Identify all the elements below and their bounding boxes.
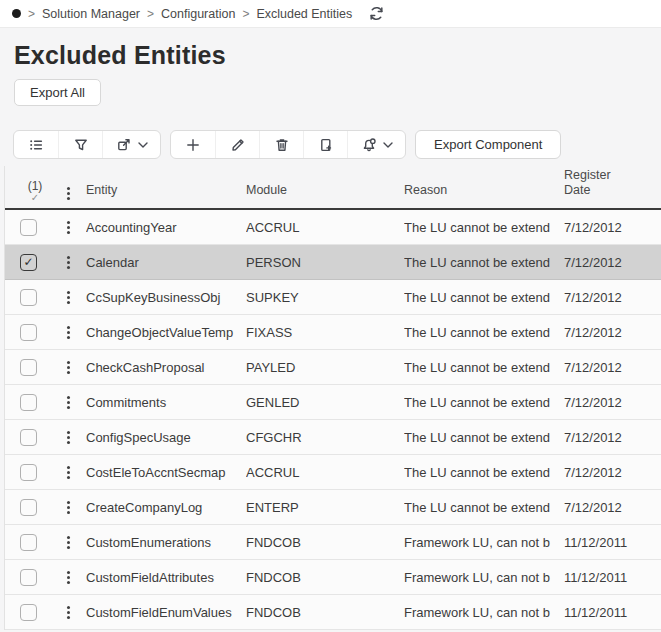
- row-checkbox[interactable]: ✓: [20, 254, 37, 271]
- row-menu-icon[interactable]: [58, 525, 78, 559]
- row-menu-icon[interactable]: [58, 420, 78, 454]
- edit-button[interactable]: [215, 131, 259, 158]
- register-date-cell: 7/12/2012: [564, 500, 661, 515]
- entity-cell: CostEleToAccntSecmap: [86, 465, 246, 480]
- entity-cell: Commitments: [86, 395, 246, 410]
- row-menu-icon[interactable]: [58, 490, 78, 524]
- row-checkbox[interactable]: ✓: [20, 289, 37, 306]
- table-row[interactable]: ✓ ConfigSpecUsage CFGCHR The LU cannot b…: [5, 420, 661, 455]
- reason-cell: Framework LU, can not b: [404, 570, 564, 585]
- table-row[interactable]: ✓ Commitments GENLED The LU cannot be ex…: [5, 385, 661, 420]
- header-menu-icon[interactable]: [58, 192, 78, 195]
- chevron-down-icon: [138, 142, 148, 148]
- excluded-entities-table: (1) ✓ Entity Module Reason Register Date…: [4, 166, 661, 630]
- row-menu-icon[interactable]: [58, 210, 78, 244]
- table-row[interactable]: ✓ AccountingYear ACCRUL The LU cannot be…: [5, 210, 661, 245]
- register-date-cell: 7/12/2012: [564, 290, 661, 305]
- row-checkbox[interactable]: ✓: [20, 604, 37, 621]
- select-all-header[interactable]: (1) ✓: [20, 179, 50, 208]
- entity-cell: AccountingYear: [86, 220, 246, 235]
- row-menu-icon[interactable]: [58, 455, 78, 489]
- delete-button[interactable]: [259, 131, 303, 158]
- table-row[interactable]: ✓ CustomFieldAttributes FNDCOB Framework…: [5, 560, 661, 595]
- refresh-icon[interactable]: [368, 5, 385, 22]
- breadcrumb-excluded-entities[interactable]: Excluded Entities: [256, 7, 352, 21]
- module-cell: PERSON: [246, 255, 404, 270]
- table-row[interactable]: ✓ CostEleToAccntSecmap ACCRUL The LU can…: [5, 455, 661, 490]
- reason-cell: The LU cannot be extend: [404, 360, 564, 375]
- breadcrumb-configuration[interactable]: Configuration: [161, 7, 235, 21]
- register-date-cell: 7/12/2012: [564, 395, 661, 410]
- row-menu-icon[interactable]: [58, 350, 78, 384]
- register-date-cell: 7/12/2012: [564, 430, 661, 445]
- subscribe-button[interactable]: [347, 131, 405, 158]
- register-date-cell: 7/12/2012: [564, 325, 661, 340]
- register-date-cell: 7/12/2012: [564, 465, 661, 480]
- home-dot-icon[interactable]: [12, 9, 21, 18]
- row-menu-icon[interactable]: [58, 315, 78, 349]
- entity-cell: CustomFieldEnumValues: [86, 605, 246, 620]
- duplicate-button[interactable]: [303, 131, 347, 158]
- page-header: Excluded Entities Export All: [0, 28, 661, 106]
- row-menu-icon[interactable]: [58, 385, 78, 419]
- page-title: Excluded Entities: [14, 40, 647, 70]
- row-menu-icon[interactable]: [58, 245, 78, 279]
- column-header-register-date[interactable]: Register Date: [564, 168, 642, 208]
- entity-cell: CheckCashProposal: [86, 360, 246, 375]
- row-checkbox[interactable]: ✓: [20, 324, 37, 341]
- row-checkbox[interactable]: ✓: [20, 219, 37, 236]
- breadcrumb-separator: >: [28, 7, 35, 21]
- list-view-button[interactable]: [14, 131, 58, 158]
- row-checkbox[interactable]: ✓: [20, 429, 37, 446]
- add-icon: [185, 137, 201, 153]
- row-checkbox[interactable]: ✓: [20, 569, 37, 586]
- table-row[interactable]: ✓ CustomFieldEnumValues FNDCOB Framework…: [5, 595, 661, 630]
- row-menu-icon[interactable]: [58, 280, 78, 314]
- entity-cell: CcSupKeyBusinessObj: [86, 290, 246, 305]
- reason-cell: The LU cannot be extend: [404, 465, 564, 480]
- share-button[interactable]: [102, 131, 160, 158]
- add-button[interactable]: [171, 131, 215, 158]
- table-row[interactable]: ✓ ChangeObjectValueTemp FIXASS The LU ca…: [5, 315, 661, 350]
- row-checkbox[interactable]: ✓: [20, 499, 37, 516]
- export-all-button[interactable]: Export All: [14, 79, 101, 106]
- table-row[interactable]: ✓ CheckCashProposal PAYLED The LU cannot…: [5, 350, 661, 385]
- table-row[interactable]: ✓ CustomEnumerations FNDCOB Framework LU…: [5, 525, 661, 560]
- selection-count: (1): [28, 179, 43, 193]
- reason-cell: Framework LU, can not b: [404, 605, 564, 620]
- breadcrumb-solution-manager[interactable]: Solution Manager: [42, 7, 140, 21]
- breadcrumb-bar: > Solution Manager > Configuration > Exc…: [0, 0, 661, 28]
- entity-cell: CustomEnumerations: [86, 535, 246, 550]
- trash-icon: [274, 137, 290, 153]
- register-date-cell: 11/12/2011: [564, 535, 661, 550]
- register-date-cell: 11/12/2011: [564, 605, 661, 620]
- breadcrumb-separator: >: [147, 7, 154, 21]
- filter-button[interactable]: [58, 131, 102, 158]
- row-checkbox[interactable]: ✓: [20, 464, 37, 481]
- row-menu-icon[interactable]: [58, 560, 78, 594]
- reason-cell: The LU cannot be extend: [404, 290, 564, 305]
- table-row[interactable]: ✓ CreateCompanyLog ENTERP The LU cannot …: [5, 490, 661, 525]
- row-checkbox[interactable]: ✓: [20, 359, 37, 376]
- entity-cell: ConfigSpecUsage: [86, 430, 246, 445]
- reason-cell: The LU cannot be extend: [404, 255, 564, 270]
- entity-cell: Calendar: [86, 255, 246, 270]
- column-header-reason[interactable]: Reason: [404, 183, 564, 208]
- export-component-button[interactable]: Export Component: [415, 130, 561, 159]
- column-header-module[interactable]: Module: [246, 183, 404, 208]
- module-cell: GENLED: [246, 395, 404, 410]
- row-checkbox[interactable]: ✓: [20, 534, 37, 551]
- entity-cell: CreateCompanyLog: [86, 500, 246, 515]
- reason-cell: Framework LU, can not b: [404, 535, 564, 550]
- table-header: (1) ✓ Entity Module Reason Register Date: [5, 166, 661, 210]
- reason-cell: The LU cannot be extend: [404, 325, 564, 340]
- row-menu-icon[interactable]: [58, 595, 78, 629]
- row-checkbox[interactable]: ✓: [20, 394, 37, 411]
- reason-cell: The LU cannot be extend: [404, 220, 564, 235]
- table-row[interactable]: ✓ CcSupKeyBusinessObj SUPKEY The LU cann…: [5, 280, 661, 315]
- module-cell: ENTERP: [246, 500, 404, 515]
- entity-cell: CustomFieldAttributes: [86, 570, 246, 585]
- column-header-entity[interactable]: Entity: [86, 183, 246, 208]
- reason-cell: The LU cannot be extend: [404, 395, 564, 410]
- table-row[interactable]: ✓ Calendar PERSON The LU cannot be exten…: [5, 245, 661, 280]
